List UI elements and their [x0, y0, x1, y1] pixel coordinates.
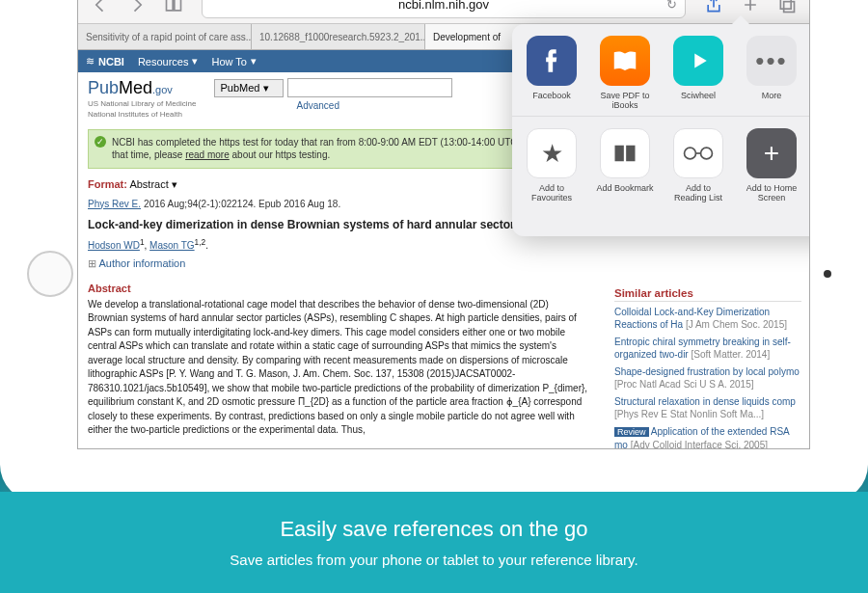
- more-icon: •••: [746, 36, 797, 86]
- citation-meta: 2016 Aug;94(2-1):022124. Epub 2016 Aug 1…: [144, 199, 340, 209]
- ncbi-logo[interactable]: ≋ NCBI: [86, 55, 124, 67]
- search-input[interactable]: [287, 78, 452, 97]
- back-button[interactable]: [84, 0, 117, 19]
- author-link[interactable]: Hodson WD: [88, 240, 140, 251]
- book-icon: [600, 128, 650, 178]
- share-sheet: Facebook Save PDF to iBooks Sciwheel •••…: [512, 24, 810, 236]
- abstract-heading: Abstract: [88, 282, 589, 296]
- url-text: ncbi.nlm.nih.gov: [398, 0, 489, 12]
- read-more-link[interactable]: read more: [185, 149, 230, 160]
- star-icon: ★: [527, 128, 577, 178]
- db-select[interactable]: PubMed ▾: [214, 79, 284, 97]
- share-more[interactable]: ••• More: [742, 36, 801, 112]
- chevron-down-icon: ▾: [192, 55, 198, 67]
- browser-tab[interactable]: 10.12688_f1000research.5923.2_201...: [252, 24, 425, 49]
- share-ibooks[interactable]: Save PDF to iBooks: [595, 36, 655, 112]
- banner-sub: Save articles from your phone or tablet …: [0, 552, 868, 568]
- similar-heading: Similar articles: [614, 287, 801, 302]
- plus-icon: +: [746, 128, 797, 178]
- action-reading-list[interactable]: Add to Reading List: [668, 128, 728, 204]
- action-bookmark[interactable]: Add Bookmark: [595, 128, 655, 204]
- banner-headline: Easily save references on the go: [0, 517, 868, 542]
- action-home-screen[interactable]: + Add to Home Screen: [742, 128, 801, 204]
- ipad-frame: iPad 16:33 34% ncbi.nlm.nih.gov ↻ Sen: [0, 0, 868, 501]
- advanced-link[interactable]: Advanced: [297, 100, 452, 111]
- share-sciwheel[interactable]: Sciwheel: [668, 36, 728, 112]
- address-bar[interactable]: ncbi.nlm.nih.gov ↻: [202, 0, 686, 18]
- action-favourites[interactable]: ★ Add to Favourites: [522, 128, 582, 204]
- author-info-toggle[interactable]: Author information: [88, 256, 589, 271]
- facebook-icon: [527, 36, 577, 86]
- ncbi-resources[interactable]: Resources ▾: [138, 55, 199, 67]
- svg-point-3: [701, 148, 713, 159]
- svg-point-2: [685, 148, 696, 159]
- similar-link[interactable]: Structural relaxation in dense liquids c…: [614, 396, 796, 407]
- screen: iPad 16:33 34% ncbi.nlm.nih.gov ↻ Sen: [77, 0, 810, 449]
- browser-tab[interactable]: Sensitivity of a rapid point of care ass…: [78, 24, 252, 49]
- home-button[interactable]: [27, 251, 73, 297]
- tabs-button[interactable]: [771, 0, 803, 19]
- journal-link[interactable]: Phys Rev E.: [88, 199, 141, 209]
- abstract-text: We develop a translational-rotational ca…: [88, 298, 589, 438]
- chevron-down-icon: ▾: [251, 55, 257, 67]
- share-facebook[interactable]: Facebook: [522, 36, 582, 112]
- bookmarks-book-icon[interactable]: [157, 0, 190, 19]
- similar-articles-sidebar: Similar articles Colloidal Lock-and-Key …: [614, 287, 801, 448]
- review-badge: Review: [614, 427, 649, 437]
- pubmed-logo[interactable]: PubMed.gov US National Library of Medici…: [88, 78, 197, 120]
- camera-dot: [824, 270, 831, 278]
- reload-icon[interactable]: ↻: [666, 0, 677, 12]
- forward-button[interactable]: [121, 0, 153, 19]
- sciwheel-icon: [673, 36, 723, 86]
- marketing-banner: Easily save references on the go Save ar…: [0, 492, 868, 593]
- browser-toolbar: ncbi.nlm.nih.gov ↻: [78, 0, 809, 24]
- author-link[interactable]: Mason TG: [149, 240, 195, 251]
- svg-rect-1: [784, 1, 795, 12]
- similar-link[interactable]: Shape-designed frustration by local poly…: [614, 366, 800, 377]
- glasses-icon: [673, 128, 723, 178]
- ibooks-icon: [600, 36, 650, 86]
- ncbi-howto[interactable]: How To ▾: [211, 55, 256, 67]
- share-button[interactable]: [697, 0, 730, 19]
- chevron-down-icon: ▾: [172, 178, 177, 190]
